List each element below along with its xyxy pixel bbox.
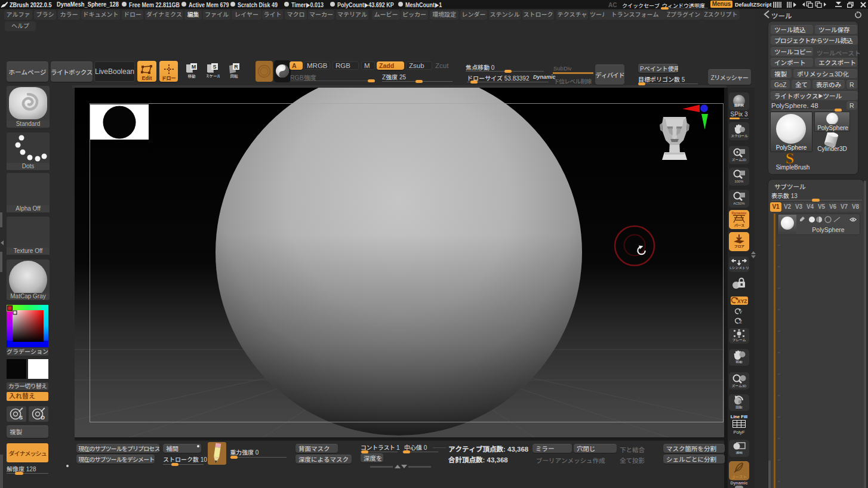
svg-text:スケール: スケール bbox=[207, 74, 220, 78]
svg-text:移動: 移動 bbox=[188, 74, 196, 78]
svg-text:Y: Y bbox=[739, 310, 743, 315]
svg-text:XYZ: XYZ bbox=[737, 298, 747, 304]
svg-text:Z: Z bbox=[739, 319, 742, 325]
svg-text:BPR: BPR bbox=[734, 103, 744, 108]
svg-text:S: S bbox=[213, 64, 216, 70]
svg-text:R: R bbox=[234, 64, 238, 70]
svg-text:回転: 回転 bbox=[230, 74, 239, 78]
svg-text:D: D bbox=[41, 415, 45, 421]
svg-text:M: M bbox=[192, 64, 196, 70]
svg-text:S: S bbox=[786, 151, 794, 165]
svg-text:S: S bbox=[19, 415, 23, 421]
